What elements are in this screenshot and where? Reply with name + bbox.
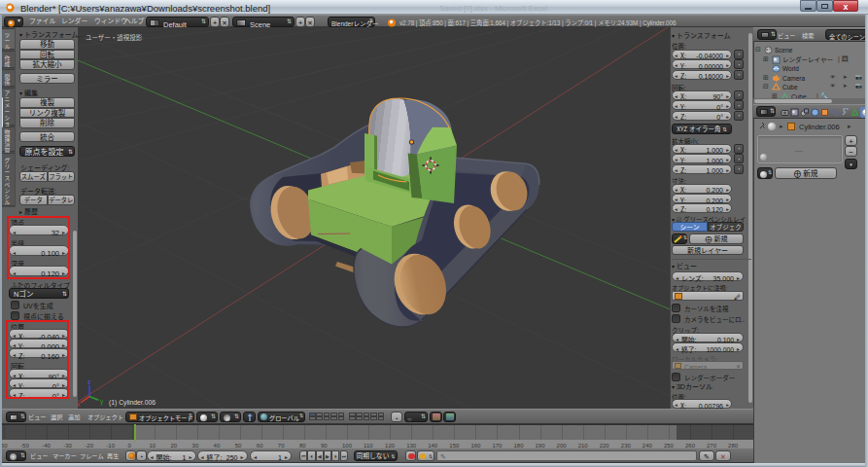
svg-text:z: z [87, 378, 90, 385]
svg-text:y: y [100, 398, 104, 406]
